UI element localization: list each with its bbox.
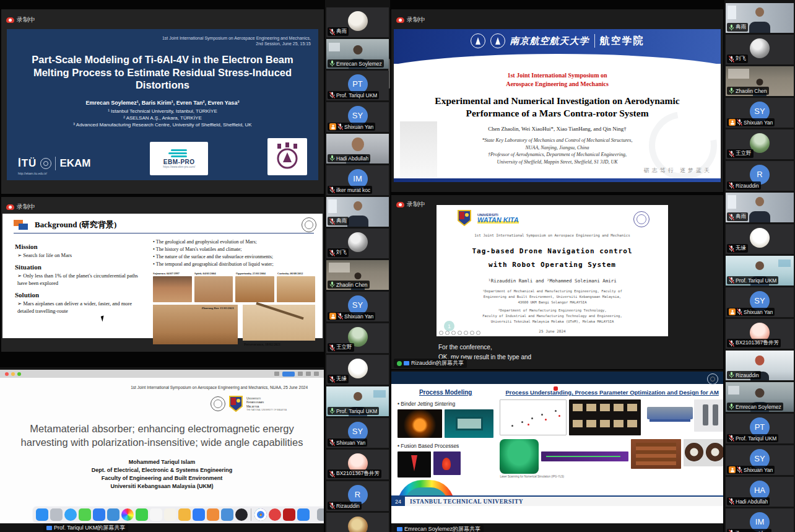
participant-tile[interactable]: Prof. Tariqul UKM <box>726 256 794 286</box>
participant-name-label: Rizauddin <box>727 181 761 190</box>
participant-name-label: Prof. Tariqul UKM <box>727 434 778 442</box>
participant-tile[interactable]: 典雨 <box>726 193 794 222</box>
shared-screen-panel-background[interactable]: 录制中 Background (研究背景) Mission ➢ Search f… <box>1 197 324 352</box>
participant-tile[interactable]: SYShixuan Yan <box>326 418 389 448</box>
participant-name: Prof. Tariqul UKM <box>336 92 377 98</box>
dock-icon-mail[interactable] <box>93 508 105 521</box>
participant-strip-left[interactable]: 典雨Emrecan SoylemezPTProf. Tariqul UKMSYS… <box>325 0 390 532</box>
participant-tile[interactable]: 典雨 <box>326 7 389 37</box>
toolbar-icon[interactable] <box>298 372 303 376</box>
cad-bracket-image <box>643 399 692 429</box>
dock-icon-sphere[interactable] <box>235 508 248 521</box>
participant-tile[interactable]: 典雨 <box>326 197 389 227</box>
window-minimize-icon[interactable] <box>11 372 15 376</box>
participant-name: 刘飞 <box>336 249 347 256</box>
mic-muted-icon <box>737 308 742 315</box>
footer-university-name: ISTANBUL TECHNICAL UNIVERSITY <box>410 499 523 505</box>
annotation-toolbar[interactable] <box>439 331 480 335</box>
participant-name-label: 无缘 <box>328 375 349 383</box>
mic-muted-icon <box>729 435 734 442</box>
participant-tile[interactable]: SYShixuan Yan <box>726 98 794 128</box>
dock-icon-finder[interactable] <box>36 508 48 521</box>
shared-screen-panel-drone[interactable]: 录制中 UNIVERSITI WATAN KITA 1st Joint Inte… <box>391 195 723 369</box>
itu-am-slide: Process Modeling • Binder Jetting Sinter… <box>391 372 723 523</box>
dock-icon-acrobat[interactable] <box>283 508 295 521</box>
shared-screen-panel-metamaterial[interactable]: 1st Joint International Symposium on Aer… <box>0 367 324 532</box>
dock-icon-notes[interactable] <box>164 508 176 521</box>
participant-tile[interactable]: RRizauddin <box>726 161 794 191</box>
participant-tile[interactable]: Prof. Tariqul UKM <box>326 386 389 416</box>
participant-tile[interactable]: IMilker murat koc <box>726 508 794 532</box>
dock-icon-utilities[interactable] <box>107 508 119 521</box>
slide-motto: 砺志笃行 逐梦蓝天 <box>644 167 712 175</box>
shared-screen-panel-ebm[interactable]: 录制中 1st Joint International Symposium on… <box>1 9 324 194</box>
participant-tile[interactable]: 刘飞 <box>326 229 389 258</box>
mic-muted-icon <box>337 313 343 320</box>
participant-name: 典雨 <box>336 217 347 225</box>
participant-tile[interactable]: Zhaolin Chen <box>326 260 389 290</box>
toolbar-icon[interactable] <box>314 372 319 376</box>
screen-share-icon <box>46 526 52 530</box>
page-number: 24 <box>391 497 405 506</box>
participant-tile[interactable]: SYShixuan Yan <box>726 445 794 475</box>
dock-icon-calendar[interactable] <box>150 508 162 521</box>
toolbar-icon[interactable] <box>274 372 279 376</box>
raise-hand-icon <box>729 466 736 473</box>
participant-tile[interactable]: RRizauddin <box>326 481 389 511</box>
slide-header-band <box>391 372 723 384</box>
toolbar-active-icon[interactable] <box>282 372 295 377</box>
participant-tile[interactable]: Emrecan Soylemez <box>326 39 389 69</box>
mic-muted-icon <box>329 92 335 98</box>
participant-tile[interactable]: 无缘 <box>326 355 389 385</box>
dock-icon-launchpad[interactable] <box>50 508 63 521</box>
participant-tile[interactable]: Hadi Abdullah <box>326 134 389 164</box>
dock-icon-pages[interactable] <box>207 508 219 521</box>
participant-tile[interactable]: 王立野 <box>726 129 794 159</box>
participant-name: Shixuan Yan <box>744 467 773 473</box>
dock-icon-preview-image[interactable] <box>297 508 310 521</box>
window-zoom-icon[interactable] <box>17 372 21 376</box>
solution-text: ➢ Mars airplanes can deliver a wider, fa… <box>15 300 147 315</box>
participant-tile[interactable]: Rizauddin <box>726 351 794 380</box>
shared-screen-panel-nuaa[interactable]: 录制中 南京航空航天大学 航空学院 1st Joint Internationa… <box>391 9 723 192</box>
participant-tile[interactable]: 典雨 <box>726 3 794 33</box>
dock-icon-photos[interactable] <box>121 508 134 521</box>
rover-photo-sojourner <box>153 276 191 302</box>
participant-tile[interactable]: PTProf. Tariqul UKM <box>326 71 389 100</box>
window-close-icon[interactable] <box>5 372 9 376</box>
participant-name: 王立野 <box>736 150 752 157</box>
rover-photos <box>153 276 315 302</box>
rover-captions: Sojourner, 04/07/1997 Spirit, 04/01/2004… <box>153 272 315 275</box>
ebm-pro-waves-icon <box>171 149 187 157</box>
dock-icon-safari[interactable] <box>64 508 77 521</box>
participant-tile[interactable]: Zhaolin Chen <box>326 513 389 532</box>
shared-screen-panel-itu-am[interactable]: Process Modeling • Binder Jetting Sinter… <box>391 370 723 532</box>
participant-tile[interactable]: BX2101367鲁井芳 <box>326 450 389 479</box>
participant-strip-right[interactable]: 典雨刘飞Zhaolin ChenSYShixuan Yan王立野RRizaudd… <box>724 0 795 532</box>
participant-tile[interactable]: HAHadi Abdullah <box>726 477 794 507</box>
dock-icon-folder[interactable] <box>178 508 191 521</box>
participant-tile[interactable]: SYShixuan Yan <box>326 102 389 132</box>
participant-tile[interactable]: 无缘 <box>726 224 794 254</box>
participant-tile[interactable]: SYShixuan Yan <box>726 287 794 317</box>
dock-icon-app-gray-1[interactable] <box>317 508 324 521</box>
participant-name: Shixuan Yan <box>744 120 773 126</box>
dock-icon-keynote[interactable] <box>193 508 205 521</box>
participant-tile[interactable]: Zhaolin Chen <box>726 66 794 96</box>
toolbar-icon[interactable] <box>306 372 311 376</box>
participant-tile[interactable]: 刘飞 <box>726 35 794 64</box>
dock-icon-xcode[interactable] <box>221 508 233 521</box>
dock-icon-facetime[interactable] <box>136 508 148 521</box>
dock-icon-meeting[interactable] <box>269 508 281 521</box>
dock-icon-chrome[interactable] <box>254 508 267 521</box>
participant-tile[interactable]: SYShixuan Yan <box>326 292 389 321</box>
participant-name: BX2101367鲁井芳 <box>336 470 380 477</box>
participant-name: Shixuan Yan <box>744 309 773 315</box>
participant-tile[interactable]: 王立野 <box>326 323 389 353</box>
dock-icon-messages[interactable] <box>79 508 91 521</box>
participant-tile[interactable]: PTProf. Tariqul UKM <box>726 414 794 443</box>
participant-tile[interactable]: Emrecan Soylemez <box>726 382 794 412</box>
participant-name-label: BX2101367鲁井芳 <box>328 469 381 478</box>
participant-tile[interactable]: IMilker murat koc <box>326 165 389 195</box>
participant-tile[interactable]: BX2101367鲁井芳 <box>726 319 794 349</box>
